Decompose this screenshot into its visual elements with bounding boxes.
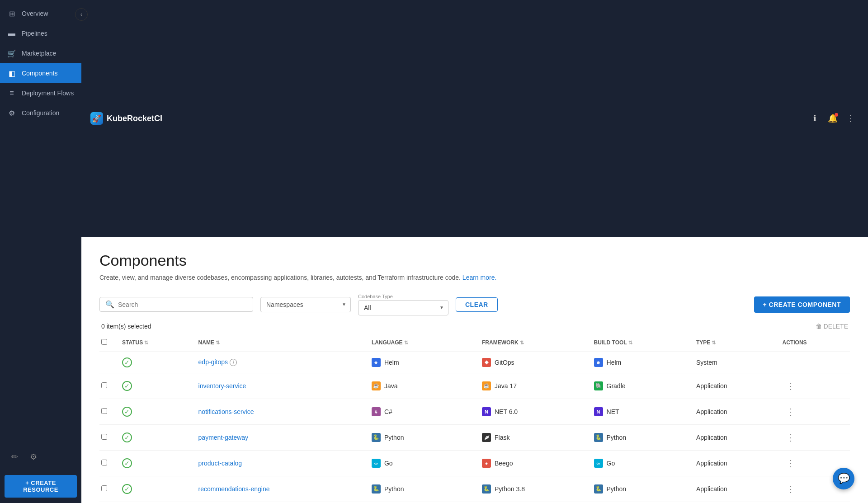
pencil-icon-button[interactable]: ✏ bbox=[7, 450, 22, 464]
col-type[interactable]: Type bbox=[692, 334, 778, 352]
row-actions-button[interactable]: ⋮ bbox=[783, 482, 799, 496]
sidebar-item-deployment-flows[interactable]: ≡ Deployment Flows bbox=[0, 83, 81, 103]
status-ok-icon: ✓ bbox=[122, 357, 132, 367]
row-type: Application bbox=[692, 450, 778, 476]
chat-fab-button[interactable]: 💬 bbox=[833, 468, 854, 489]
sidebar-item-marketplace[interactable]: 🛒 Marketplace bbox=[0, 43, 81, 63]
col-name[interactable]: Name bbox=[194, 334, 367, 352]
row-framework: ●Beego bbox=[477, 450, 590, 476]
search-icon: 🔍 bbox=[105, 300, 114, 309]
app-logo: 🚀 KubeRocketCI bbox=[90, 112, 162, 125]
build-tool-text: Go bbox=[607, 460, 615, 467]
row-actions-button[interactable]: ⋮ bbox=[783, 379, 799, 393]
row-status: ✓ bbox=[118, 399, 194, 424]
codebase-type-select-wrapper: All bbox=[358, 300, 448, 315]
sidebar-item-label-overview: Overview bbox=[22, 10, 48, 17]
components-icon: ◧ bbox=[7, 69, 16, 78]
col-build-tool[interactable]: Build Tool bbox=[590, 334, 692, 352]
row-checkbox[interactable] bbox=[101, 408, 107, 414]
search-box: 🔍 bbox=[99, 297, 253, 312]
create-resource-button[interactable]: + CREATE RESOURCE bbox=[5, 475, 77, 498]
col-status[interactable]: Status bbox=[118, 334, 194, 352]
clear-button[interactable]: CLEAR bbox=[456, 297, 498, 312]
settings-icon-button[interactable]: ⚙ bbox=[26, 450, 41, 464]
language-icon: # bbox=[372, 407, 381, 416]
info-icon-button[interactable]: ℹ bbox=[807, 110, 823, 127]
row-framework: 🐍Python 3.8 bbox=[477, 476, 590, 502]
deployment-flows-icon: ≡ bbox=[7, 89, 16, 98]
namespace-select[interactable]: Namespaces bbox=[260, 297, 351, 312]
namespace-select-wrapper: Namespaces bbox=[260, 297, 351, 312]
language-icon: ☕ bbox=[372, 381, 381, 390]
overview-icon: ⊞ bbox=[7, 9, 16, 18]
component-name-link[interactable]: payment-gateway bbox=[198, 434, 249, 441]
more-options-icon-button[interactable]: ⋮ bbox=[843, 110, 859, 127]
col-framework[interactable]: Framework bbox=[477, 334, 590, 352]
sidebar-item-overview[interactable]: ⊞ Overview bbox=[0, 4, 81, 24]
component-name-link[interactable]: notifications-service bbox=[198, 408, 254, 415]
framework-icon: ◆ bbox=[482, 358, 491, 367]
row-actions-button[interactable]: ⋮ bbox=[783, 430, 799, 445]
build-tool-text: Python bbox=[607, 485, 627, 493]
sidebar-nav: ⊞ Overview ▬ Pipelines 🛒 Marketplace ◧ C… bbox=[0, 0, 81, 224]
build-tool-icon: ∞ bbox=[594, 459, 603, 468]
sidebar-item-label-deployment-flows: Deployment Flows bbox=[22, 89, 74, 97]
component-name-link[interactable]: inventory-service bbox=[198, 382, 246, 390]
row-build-tool: NNET bbox=[590, 399, 692, 424]
row-type: Application bbox=[692, 424, 778, 450]
codebase-type-select[interactable]: All bbox=[358, 300, 448, 315]
row-name: edp-gitopsi bbox=[194, 352, 367, 373]
component-name-link[interactable]: product-catalog bbox=[198, 460, 242, 467]
info-icon[interactable]: i bbox=[230, 359, 237, 366]
sidebar-item-components[interactable]: ◧ Components bbox=[0, 63, 81, 83]
row-language: ∞Go bbox=[367, 450, 477, 476]
table-row: ✓payment-gateway🐍Python🌶Flask🐍PythonAppl… bbox=[99, 424, 850, 450]
component-name-link[interactable]: edp-gitops bbox=[198, 358, 228, 366]
row-status: ✓ bbox=[118, 424, 194, 450]
framework-text: Flask bbox=[495, 434, 509, 441]
sidebar-item-pipelines[interactable]: ▬ Pipelines bbox=[0, 24, 81, 43]
sidebar-item-label-marketplace: Marketplace bbox=[22, 50, 56, 57]
row-language: ⎈Helm bbox=[367, 352, 477, 373]
row-checkbox[interactable] bbox=[101, 460, 107, 465]
row-framework: ◆GitOps bbox=[477, 352, 590, 373]
col-language[interactable]: Language bbox=[367, 334, 477, 352]
col-actions: Actions bbox=[778, 334, 850, 352]
notification-icon-button[interactable]: 🔔 bbox=[825, 110, 841, 127]
table-row: ✓notifications-service#C#NNET 6.0NNETApp… bbox=[99, 399, 850, 424]
col-checkbox bbox=[99, 334, 118, 352]
component-name-link[interactable]: recommendations-engine bbox=[198, 485, 270, 493]
build-tool-text: Helm bbox=[607, 359, 622, 366]
sidebar-collapse-button[interactable]: ‹ bbox=[75, 8, 88, 21]
row-checkbox[interactable] bbox=[101, 434, 107, 440]
row-type: Application bbox=[692, 399, 778, 424]
sidebar-item-label-pipelines: Pipelines bbox=[22, 30, 47, 37]
table-row: ✓recommendations-engine🐍Python🐍Python 3.… bbox=[99, 476, 850, 502]
build-tool-icon: 🐍 bbox=[594, 433, 603, 442]
search-input[interactable] bbox=[118, 301, 247, 308]
create-component-button[interactable]: + CREATE COMPONENT bbox=[754, 296, 850, 313]
row-checkbox-cell bbox=[99, 373, 118, 399]
row-actions: ⋮ bbox=[778, 373, 850, 399]
row-checkbox[interactable] bbox=[101, 382, 107, 388]
row-checkbox-cell bbox=[99, 352, 118, 373]
delete-button[interactable]: 🗑 DELETE bbox=[816, 323, 848, 330]
row-status: ✓ bbox=[118, 450, 194, 476]
notification-dot bbox=[835, 113, 838, 117]
row-build-tool: 🐘Gradle bbox=[590, 373, 692, 399]
sidebar-item-configuration[interactable]: ⚙ Configuration bbox=[0, 103, 81, 123]
row-actions-button[interactable]: ⋮ bbox=[783, 456, 799, 470]
topbar-icons: ℹ 🔔 ⋮ bbox=[807, 110, 859, 127]
selected-count: 0 item(s) selected bbox=[101, 323, 151, 330]
row-checkbox-cell bbox=[99, 450, 118, 476]
sidebar-item-label-components: Components bbox=[22, 70, 57, 77]
row-checkbox[interactable] bbox=[101, 485, 107, 491]
framework-icon: ● bbox=[482, 459, 491, 468]
row-checkbox-cell bbox=[99, 476, 118, 502]
framework-icon: 🐍 bbox=[482, 484, 491, 494]
row-name: inventory-service bbox=[194, 373, 367, 399]
row-actions-button[interactable]: ⋮ bbox=[783, 404, 799, 419]
select-all-checkbox[interactable] bbox=[101, 339, 107, 345]
learn-more-link[interactable]: Learn more. bbox=[462, 274, 496, 281]
row-actions: ⋮ bbox=[778, 424, 850, 450]
